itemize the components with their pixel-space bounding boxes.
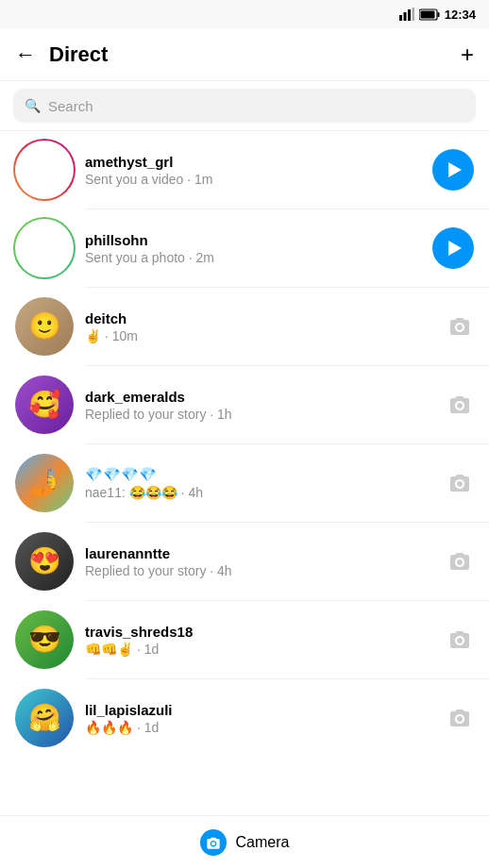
play-icon <box>448 162 462 177</box>
camera-action-icon[interactable] <box>446 312 474 341</box>
avatar: 🙂 <box>15 297 74 356</box>
avatar-wrapper: 🤳 <box>15 454 74 512</box>
avatar-wrapper: 😄 <box>15 219 74 277</box>
list-item[interactable]: 😊 amethyst_grl Sent you a video · 1m <box>0 131 489 209</box>
message-content: 💎💎💎💎 nae11: 😂😂😂 · 4h <box>85 466 434 500</box>
message-username: dark_emeralds <box>85 389 434 405</box>
header-left: ← Direct <box>15 42 108 67</box>
list-item[interactable]: 😎 travis_shreds18 👊👊✌️ · 1d <box>0 601 489 678</box>
avatar: 🥰 <box>15 376 74 434</box>
message-preview: Sent you a video · 1m <box>85 172 421 187</box>
avatar: 🤗 <box>15 689 74 747</box>
message-content: laurenanntte Replied to your story · 4h <box>85 545 434 578</box>
play-icon <box>448 241 462 256</box>
avatar-emoji: 🤳 <box>28 454 61 512</box>
svg-rect-6 <box>420 10 434 18</box>
message-username: deitch <box>85 310 434 326</box>
camera-action-icon[interactable] <box>446 547 474 576</box>
message-username: laurenanntte <box>85 545 434 561</box>
message-preview: ✌️ · 10m <box>85 328 434 343</box>
message-username: amethyst_grl <box>85 154 421 170</box>
avatar-wrapper: 😊 <box>15 141 74 199</box>
avatar-emoji: 😍 <box>28 532 61 591</box>
story-ring <box>13 217 76 279</box>
new-message-button[interactable]: + <box>461 43 474 66</box>
message-action[interactable] <box>432 227 474 269</box>
message-preview: Replied to your story · 4h <box>85 563 434 578</box>
list-item[interactable]: 🙂 deitch ✌️ · 10m <box>0 288 489 365</box>
camera-bottom-icon <box>200 829 227 856</box>
message-content: lil_lapislazuli 🔥🔥🔥 · 1d <box>85 702 434 735</box>
camera-icon-svg <box>206 836 221 849</box>
avatar-emoji: 🤗 <box>28 689 61 747</box>
search-container: 🔍 <box>0 81 489 131</box>
list-item[interactable]: 🤳 💎💎💎💎 nae11: 😂😂😂 · 4h <box>0 444 489 522</box>
search-bar[interactable]: 🔍 <box>13 89 476 123</box>
message-action[interactable] <box>446 704 474 732</box>
message-action[interactable] <box>446 312 474 341</box>
svg-rect-0 <box>399 15 402 21</box>
list-item[interactable]: 😍 laurenanntte Replied to your story · 4… <box>0 523 489 600</box>
search-icon: 🔍 <box>25 98 41 113</box>
message-action[interactable] <box>446 391 474 419</box>
message-content: deitch ✌️ · 10m <box>85 310 434 343</box>
list-item[interactable]: 🤗 lil_lapislazuli 🔥🔥🔥 · 1d <box>0 679 489 757</box>
svg-rect-2 <box>408 9 411 21</box>
avatar-wrapper: 🥰 <box>15 376 74 434</box>
status-time: 12:34 <box>445 8 476 22</box>
message-preview: Sent you a photo · 2m <box>85 250 421 265</box>
story-ring <box>13 139 76 201</box>
status-icons: 12:34 <box>399 8 476 22</box>
message-username: lil_lapislazuli <box>85 702 434 718</box>
message-content: dark_emeralds Replied to your story · 1h <box>85 389 434 422</box>
battery-icon <box>419 8 440 21</box>
message-username: travis_shreds18 <box>85 624 434 640</box>
avatar: 🤳 <box>15 454 74 512</box>
avatar-emoji: 🙂 <box>28 297 61 356</box>
back-button[interactable]: ← <box>15 44 36 65</box>
message-preview: Replied to your story · 1h <box>85 407 434 422</box>
avatar: 😍 <box>15 532 74 591</box>
message-list: 😊 amethyst_grl Sent you a video · 1m 😄 p… <box>0 131 489 810</box>
camera-label: Camera <box>236 834 290 851</box>
avatar-emoji: 🥰 <box>28 376 61 434</box>
message-username: 💎💎💎💎 <box>85 466 434 483</box>
message-content: amethyst_grl Sent you a video · 1m <box>85 154 421 187</box>
message-action[interactable] <box>446 547 474 576</box>
header: ← Direct + <box>0 28 489 81</box>
message-username: phillsohn <box>85 232 421 248</box>
message-preview: 👊👊✌️ · 1d <box>85 642 434 657</box>
message-preview: nae11: 😂😂😂 · 4h <box>85 485 434 500</box>
avatar-wrapper: 😍 <box>15 532 74 591</box>
play-button[interactable] <box>432 149 474 191</box>
message-content: phillsohn Sent you a photo · 2m <box>85 232 421 265</box>
avatar-emoji: 😎 <box>28 610 61 669</box>
svg-rect-5 <box>437 12 439 17</box>
message-action[interactable] <box>432 149 474 191</box>
message-preview: 🔥🔥🔥 · 1d <box>85 720 434 735</box>
page-title: Direct <box>49 42 108 67</box>
list-item[interactable]: 🥰 dark_emeralds Replied to your story · … <box>0 366 489 443</box>
search-input[interactable] <box>48 98 464 114</box>
status-bar: 12:34 <box>0 0 489 28</box>
avatar: 😎 <box>15 610 74 669</box>
play-button[interactable] <box>432 227 474 269</box>
list-item[interactable]: 😄 phillsohn Sent you a photo · 2m <box>0 209 489 287</box>
message-content: travis_shreds18 👊👊✌️ · 1d <box>85 624 434 657</box>
camera-action-icon[interactable] <box>446 391 474 419</box>
camera-action-icon[interactable] <box>446 704 474 732</box>
svg-rect-3 <box>412 8 414 21</box>
message-action[interactable] <box>446 469 474 497</box>
avatar-wrapper: 🙂 <box>15 297 74 356</box>
bottom-bar[interactable]: Camera <box>0 815 489 868</box>
signal-icon <box>399 8 414 21</box>
camera-action-icon[interactable] <box>446 469 474 497</box>
message-action[interactable] <box>446 626 474 654</box>
camera-action-icon[interactable] <box>446 626 474 654</box>
svg-rect-1 <box>403 12 406 21</box>
avatar-wrapper: 🤗 <box>15 689 74 747</box>
avatar-wrapper: 😎 <box>15 610 74 669</box>
